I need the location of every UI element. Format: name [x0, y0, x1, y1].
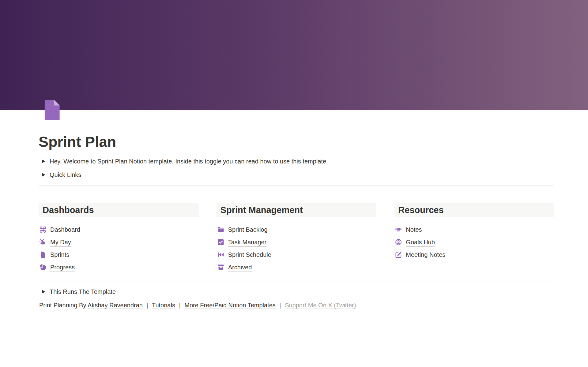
page-link-task-manager[interactable]: Task Manager [217, 236, 377, 249]
notion-page: Sprint Plan Hey, Welcome to Sprint Plan … [0, 0, 588, 367]
footer-prefix: Print Planning By [39, 302, 88, 309]
page-link-label: Notes [406, 225, 422, 234]
page-link-sprints[interactable]: Sprints [39, 249, 199, 261]
toggle-runs-template[interactable]: This Runs The Template [39, 285, 554, 298]
footer-link-templates[interactable]: More Free/Paid Notion Templates [184, 302, 276, 309]
page-link-label: Progress [50, 263, 75, 272]
column-heading-sprint-management: Sprint Management [217, 203, 377, 217]
page-link-sprint-schedule[interactable]: Sprint Schedule [217, 249, 377, 261]
column-sprint-management: Sprint Management Sprint Backlog Task Ma… [217, 203, 377, 274]
toggle-runs-template-label: This Runs The Template [50, 287, 116, 296]
pie-chart-icon [39, 264, 47, 271]
column-heading-resources: Resources [394, 203, 554, 217]
toggle-triangle-icon[interactable] [42, 159, 45, 163]
toggle-quick-links[interactable]: Quick Links [39, 168, 554, 182]
page-cover [0, 0, 588, 110]
toggle-triangle-icon[interactable] [42, 290, 45, 294]
heading-divider [394, 220, 554, 220]
page-link-label: Goals Hub [406, 238, 435, 247]
footer-link-author[interactable]: Akshay Raveendran [88, 302, 143, 309]
heading-divider [39, 220, 199, 220]
page-link-label: Sprint Backlog [228, 225, 268, 234]
page-link-label: Task Manager [228, 238, 267, 247]
column-items: Sprint Backlog Task Manager Sprint Sched… [217, 223, 377, 274]
footer-separator: | [279, 302, 281, 309]
column-heading-dashboards: Dashboards [39, 203, 199, 217]
footer-period: . [356, 302, 358, 309]
sun-cloud-icon [39, 238, 47, 246]
checkbox-icon [217, 238, 224, 246]
toggle-triangle-icon[interactable] [42, 173, 45, 177]
page-link-progress[interactable]: Progress [39, 261, 199, 274]
page-link-label: Dashboard [50, 225, 80, 234]
edit-icon [395, 251, 402, 258]
page-link-label: My Day [50, 238, 71, 247]
rewind-icon [217, 251, 224, 258]
column-dashboards: Dashboards Dashboard [39, 203, 199, 274]
footer-link-support-x[interactable]: Support Me On X (Twitter) [285, 302, 356, 309]
command-icon [39, 226, 47, 233]
column-items: Notes Goals Hub Meeting Notes [394, 223, 554, 261]
keyboard-icon [395, 226, 402, 233]
page-link-label: Sprints [50, 250, 69, 259]
column-resources: Resources Notes [394, 203, 554, 274]
page-link-label: Archived [228, 263, 252, 272]
footer-separator: | [147, 302, 148, 309]
column-items: Dashboard [39, 223, 199, 274]
footer-separator: | [179, 302, 180, 309]
page-link-meeting-notes[interactable]: Meeting Notes [394, 249, 554, 261]
folder-icon [217, 226, 224, 233]
page-title[interactable]: Sprint Plan [39, 110, 554, 155]
page-link-goals-hub[interactable]: Goals Hub [394, 236, 554, 249]
page-link-sprint-backlog[interactable]: Sprint Backlog [217, 223, 377, 236]
document-glyph [39, 98, 63, 122]
page-link-label: Meeting Notes [406, 250, 445, 259]
target-icon [395, 238, 402, 246]
archive-icon [217, 264, 224, 271]
page-link-my-day[interactable]: My Day [39, 236, 199, 249]
toggle-welcome[interactable]: Hey, Welcome to Sprint Plan Notion templ… [39, 155, 554, 168]
page-link-notes[interactable]: Notes [394, 223, 554, 236]
columns-section: Dashboards Dashboard [39, 203, 554, 274]
page-link-label: Sprint Schedule [228, 250, 271, 259]
document-icon [39, 251, 47, 258]
toggle-quick-links-label: Quick Links [50, 170, 81, 179]
toggle-welcome-label: Hey, Welcome to Sprint Plan Notion templ… [50, 157, 328, 166]
heading-divider [217, 220, 377, 220]
page-link-dashboard[interactable]: Dashboard [39, 223, 199, 236]
footer-link-tutorials[interactable]: Tutorials [152, 302, 175, 309]
page-document-icon[interactable] [39, 98, 63, 122]
page-link-archived[interactable]: Archived [217, 261, 377, 274]
divider-bottom [39, 280, 554, 280]
divider-top [39, 185, 554, 186]
page-content: Sprint Plan Hey, Welcome to Sprint Plan … [39, 110, 554, 311]
footer-credits: Print Planning By Akshay Raveendran | Tu… [39, 300, 554, 311]
